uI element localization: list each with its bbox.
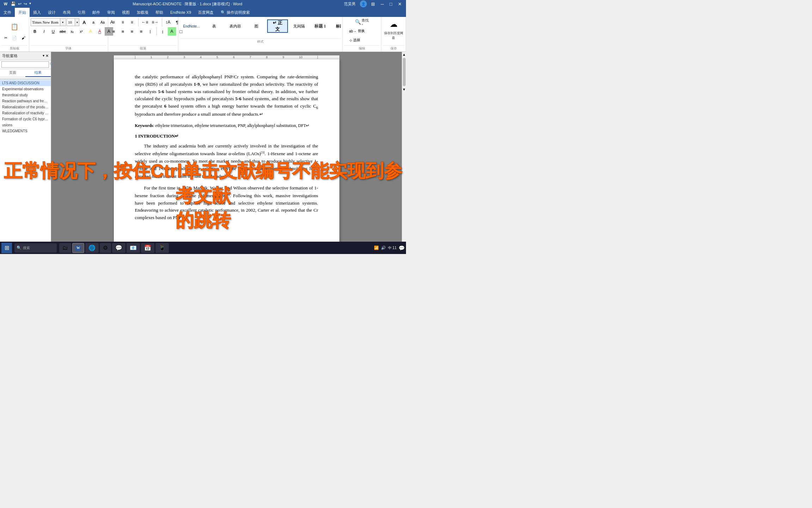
- copy-button[interactable]: 📄: [10, 34, 19, 42]
- nav-item-rationalization-reactivity[interactable]: Rationalization of reactivity of precata…: [0, 110, 51, 116]
- nav-panel-toggle[interactable]: ▾: [43, 54, 44, 58]
- taskbar-word[interactable]: W: [72, 243, 84, 253]
- save-baidu-button[interactable]: ☁: [388, 18, 399, 31]
- font-size-combo[interactable]: ▾: [67, 18, 79, 26]
- taskbar-mail[interactable]: 📧: [127, 243, 140, 253]
- style-figure[interactable]: 图: [246, 19, 266, 33]
- nav-item-results-discussion[interactable]: LTS AND DISCUSSION: [0, 80, 51, 86]
- tab-addins[interactable]: 加载项: [133, 8, 152, 17]
- tab-view[interactable]: 视图: [118, 8, 133, 17]
- tab-endnote[interactable]: EndNote X9: [167, 8, 195, 17]
- taskbar-search-box[interactable]: 🔍 搜索: [14, 243, 57, 253]
- nav-item-rationalization-product[interactable]: Rationalization of the product selectivi…: [0, 104, 51, 110]
- tab-baidu[interactable]: 百度网盘: [195, 8, 217, 17]
- justify-button[interactable]: ≡: [137, 27, 146, 36]
- paste-button[interactable]: 📋: [1, 20, 27, 33]
- document-area[interactable]: |12345678910| the catalytic performance …: [51, 52, 402, 243]
- tab-layout[interactable]: 布局: [59, 8, 74, 17]
- font-name-combo[interactable]: ▾: [31, 18, 66, 26]
- taskbar-browser[interactable]: 🌐: [85, 243, 99, 253]
- taskbar-settings[interactable]: ⚙: [100, 243, 111, 253]
- layout-icon[interactable]: ⊞: [370, 1, 376, 7]
- bullets-button[interactable]: ≡: [110, 18, 118, 26]
- bold-button[interactable]: B: [31, 27, 39, 36]
- scroll-down-arrow[interactable]: ▼: [402, 87, 406, 92]
- align-left-button[interactable]: ≡: [110, 27, 118, 36]
- cut-button[interactable]: ✂: [1, 34, 10, 42]
- nav-panel-close[interactable]: ✕: [45, 54, 49, 58]
- style-heading1[interactable]: 标题 1: [310, 19, 330, 33]
- volume-icon[interactable]: 🔊: [381, 246, 386, 250]
- user-avatar[interactable]: 👤: [360, 0, 367, 7]
- shading-button[interactable]: A: [168, 27, 176, 36]
- decrease-indent-button[interactable]: ←≡: [140, 18, 150, 26]
- nav-item-acknowledgments[interactable]: WLEDGMENTS: [0, 128, 51, 134]
- font-color-button[interactable]: A: [96, 27, 104, 36]
- font-grow-button[interactable]: A: [80, 18, 88, 26]
- taskbar-calendar[interactable]: 📅: [141, 243, 154, 253]
- scroll-up-arrow[interactable]: ▲: [402, 52, 406, 57]
- style-table[interactable]: 表: [204, 19, 224, 33]
- font-size-dropdown[interactable]: ▾: [75, 19, 79, 26]
- style-heading2[interactable]: 标题 2: [331, 19, 341, 33]
- style-body[interactable]: ↵ 正文: [267, 19, 288, 33]
- nav-item-experimental[interactable]: Experimental observations: [0, 86, 51, 92]
- align-right-button[interactable]: ≡: [128, 27, 136, 36]
- font-size-input[interactable]: [67, 20, 75, 24]
- format-painter-button[interactable]: 🖌: [19, 34, 27, 42]
- select-button[interactable]: ⊹ 选择: [348, 36, 376, 44]
- nav-item-reaction-pathways[interactable]: Reaction pathways and free energy pro...: [0, 98, 51, 104]
- line-spacing-button[interactable]: ↕: [159, 27, 167, 36]
- font-name-dropdown[interactable]: ▾: [60, 19, 65, 26]
- font-name-input[interactable]: [31, 20, 60, 24]
- taskbar-wechat[interactable]: 💬: [112, 243, 125, 253]
- style-noindent[interactable]: 无间隔: [289, 19, 309, 33]
- tab-file[interactable]: 文件: [0, 8, 15, 17]
- align-center-button[interactable]: ≡: [119, 27, 127, 36]
- tab-mailings[interactable]: 邮件: [89, 8, 104, 17]
- network-icon[interactable]: 📶: [374, 246, 379, 250]
- close-button[interactable]: ✕: [396, 1, 403, 7]
- save-qa-icon[interactable]: 💾: [11, 1, 16, 6]
- tab-home[interactable]: 开始: [15, 8, 30, 17]
- style-endnote[interactable]: EndNote...: [180, 19, 203, 33]
- nav-tab-pages[interactable]: 页面: [0, 69, 25, 77]
- undo-icon[interactable]: ↩: [18, 1, 21, 6]
- italic-button[interactable]: I: [40, 27, 48, 36]
- redo-icon[interactable]: ↪: [24, 1, 27, 6]
- nav-item-conclusions[interactable]: usions: [0, 122, 51, 128]
- scroll-thumb[interactable]: [403, 58, 406, 86]
- increase-indent-button[interactable]: ≡→: [150, 18, 160, 26]
- maximize-button[interactable]: □: [388, 1, 394, 7]
- strikethrough-button[interactable]: abc: [58, 27, 67, 36]
- find-label[interactable]: 查找: [362, 18, 369, 23]
- numbering-button[interactable]: ≡: [119, 18, 127, 26]
- superscript-button[interactable]: x²: [77, 27, 86, 36]
- tab-insert[interactable]: 插入: [30, 8, 44, 17]
- minimize-button[interactable]: ─: [379, 1, 385, 7]
- nav-tab-results[interactable]: 结果: [25, 69, 51, 77]
- style-content[interactable]: 表内容: [225, 19, 245, 33]
- multilevel-button[interactable]: ≡: [128, 18, 136, 26]
- start-button[interactable]: ⊞: [1, 243, 12, 253]
- tab-design[interactable]: 设计: [44, 8, 59, 17]
- vertical-scrollbar[interactable]: ▲ ▼: [402, 52, 406, 243]
- change-case-button[interactable]: Aa: [98, 18, 107, 26]
- clock[interactable]: 中 11: [388, 246, 396, 250]
- search-tab-label[interactable]: 操作说明搜索: [227, 10, 250, 15]
- nav-search-input[interactable]: [1, 61, 49, 68]
- tab-search[interactable]: 🔍 操作说明搜索: [217, 8, 253, 17]
- replace-button[interactable]: ab→ 替换: [348, 27, 376, 35]
- tab-review[interactable]: 审阅: [104, 8, 118, 17]
- nav-item-cyclic-c6[interactable]: Formation of cyclic C6 byproducts: [0, 116, 51, 122]
- highlight-button[interactable]: A: [86, 27, 95, 36]
- sort-button[interactable]: ↕A: [164, 18, 172, 26]
- nav-item-theoretical[interactable]: theoretical study: [0, 92, 51, 98]
- tab-references[interactable]: 引用: [74, 8, 89, 17]
- columns-button[interactable]: ⫶: [146, 27, 155, 36]
- taskbar-tablet[interactable]: 📱: [155, 243, 169, 253]
- subscript-button[interactable]: x₂: [68, 27, 76, 36]
- underline-button[interactable]: U: [49, 27, 57, 36]
- notification-icon[interactable]: 💬: [399, 245, 405, 251]
- tab-help[interactable]: 帮助: [152, 8, 167, 17]
